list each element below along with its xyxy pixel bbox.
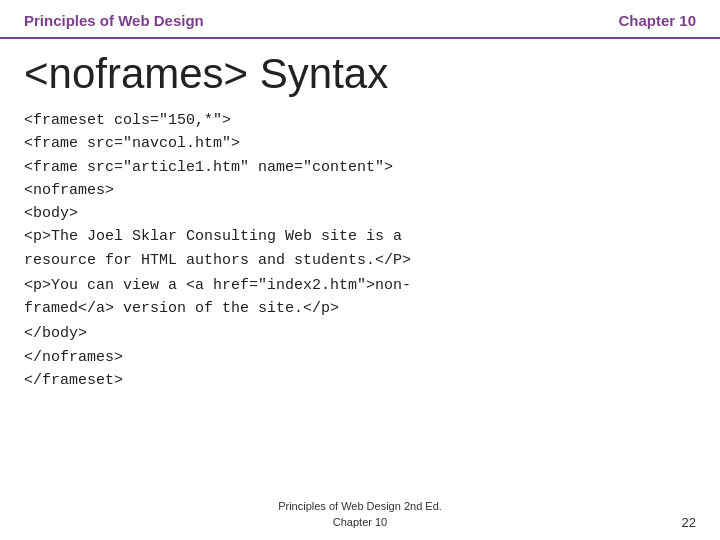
code-line-8: </body> — [24, 322, 696, 345]
code-para-2: <p>You can view a <a href="index2.htm">n… — [24, 274, 696, 321]
code-line-3: <frame src="article1.htm" name="content"… — [24, 156, 696, 179]
code-line-1: <frameset cols="150,*"> — [24, 109, 696, 132]
code-section: <frameset cols="150,*"> <frame src="navc… — [0, 105, 720, 392]
header: Principles of Web Design Chapter 10 — [0, 0, 720, 39]
footer: 22 Principles of Web Design 2nd Ed. Chap… — [0, 512, 720, 530]
page-number: 22 — [682, 515, 696, 530]
course-title: Principles of Web Design — [24, 12, 204, 29]
page-title: <noframes> Syntax — [0, 39, 720, 105]
code-line-2: <frame src="navcol.htm"> — [24, 132, 696, 155]
page-container: Principles of Web Design Chapter 10 <nof… — [0, 0, 720, 540]
footer-center: Principles of Web Design 2nd Ed. Chapter… — [278, 499, 442, 530]
code-line-5: <body> — [24, 202, 696, 225]
code-para-1: <p>The Joel Sklar Consulting Web site is… — [24, 225, 696, 272]
code-line-9: </noframes> — [24, 346, 696, 369]
code-line-10: </frameset> — [24, 369, 696, 392]
footer-line2: Chapter 10 — [278, 515, 442, 530]
chapter-label: Chapter 10 — [618, 12, 696, 29]
code-line-4: <noframes> — [24, 179, 696, 202]
footer-line1: Principles of Web Design 2nd Ed. — [278, 499, 442, 514]
